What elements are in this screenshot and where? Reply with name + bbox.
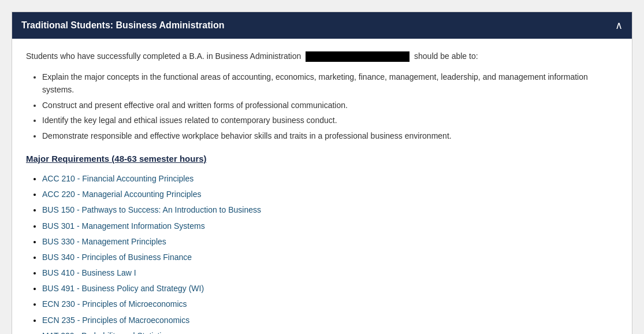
panel-header: Traditional Students: Business Administr… [12,12,632,39]
course-link[interactable]: BUS 410 - Business Law I [42,268,136,277]
intro-text-before: Students who have successfully completed… [26,51,301,61]
outcome-item: Identify the key legal and ethical issue… [42,114,618,127]
course-link[interactable]: ECN 230 - Principles of Microeconomics [42,299,187,309]
requirements-heading: Major Requirements (48-63 semester hours… [26,154,618,164]
list-item: BUS 150 - Pathways to Success: An Introd… [42,203,618,217]
course-link[interactable]: MAT 220 - Probability and Statistics [42,331,169,334]
redacted-block [306,51,410,62]
list-item: ECN 235 - Principles of Macroeconomics [42,313,618,328]
course-link[interactable]: ACC 220 - Managerial Accounting Principl… [42,190,201,199]
course-link[interactable]: BUS 150 - Pathways to Success: An Introd… [42,205,261,214]
course-link[interactable]: BUS 340 - Principles of Business Finance [42,253,192,262]
course-link[interactable]: ECN 235 - Principles of Macroeconomics [42,316,189,325]
list-item: ACC 220 - Managerial Accounting Principl… [42,187,618,202]
collapse-icon[interactable]: ∧ [615,19,623,32]
course-link[interactable]: BUS 301 - Management Information Systems [42,221,205,231]
outcomes-list: Explain the major concepts in the functi… [26,70,618,142]
list-item: BUS 340 - Principles of Business Finance [42,250,618,265]
outcome-item: Explain the major concepts in the functi… [42,70,618,97]
panel-title: Traditional Students: Business Administr… [21,20,224,31]
list-item: ECN 230 - Principles of Microeconomics [42,297,618,311]
list-item: ACC 210 - Financial Accounting Principle… [42,172,618,186]
course-link[interactable]: BUS 491 - Business Policy and Strategy (… [42,284,204,293]
list-item: BUS 330 - Management Principles [42,235,618,249]
list-item: BUS 491 - Business Policy and Strategy (… [42,281,618,296]
intro-text-after: should be able to: [414,51,478,61]
panel-body: Students who have successfully completed… [12,39,632,334]
list-item: MAT 220 - Probability and Statistics [42,329,618,334]
outcome-item: Construct and present effective oral and… [42,99,618,112]
intro-paragraph: Students who have successfully completed… [26,50,618,62]
main-panel: Traditional Students: Business Administr… [12,12,632,334]
list-item: BUS 410 - Business Law I [42,266,618,280]
list-item: BUS 301 - Management Information Systems [42,219,618,233]
course-link[interactable]: ACC 210 - Financial Accounting Principle… [42,174,193,183]
outcome-item: Demonstrate responsible and effective wo… [42,129,618,142]
course-link[interactable]: BUS 330 - Management Principles [42,237,166,246]
course-list: ACC 210 - Financial Accounting Principle… [26,172,618,334]
